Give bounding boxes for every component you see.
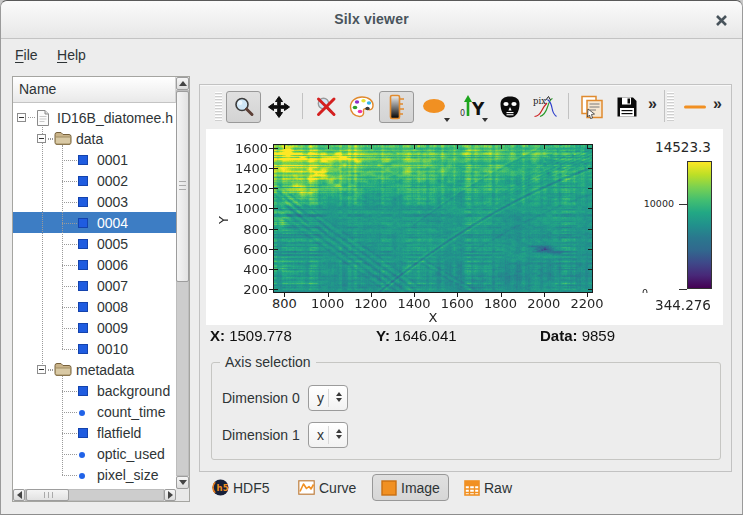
tree-item-optic-used[interactable]: optic_used bbox=[13, 443, 176, 464]
pixel-intensity-button[interactable]: pix bbox=[528, 91, 563, 123]
tree-item-pixel-size[interactable]: pixel_size bbox=[13, 464, 176, 485]
mask-icon bbox=[498, 95, 522, 119]
x-tick-mark bbox=[284, 293, 285, 297]
tree-vscroll-down-button[interactable] bbox=[176, 476, 189, 489]
toolbar-overflow-button[interactable]: » bbox=[648, 95, 657, 113]
y-tick-mark-inner bbox=[588, 188, 592, 189]
tree-item-count-time[interactable]: count_time bbox=[13, 401, 176, 422]
profile-toolbar-handle[interactable] bbox=[667, 92, 674, 122]
tree-item-0006[interactable]: 0006 bbox=[13, 254, 176, 275]
tree-vscroll-up-button[interactable] bbox=[176, 77, 189, 90]
profile-toolbar-overflow-button[interactable]: » bbox=[713, 95, 722, 113]
colorbar-button[interactable] bbox=[379, 91, 414, 123]
spin-down-icon[interactable] bbox=[336, 435, 342, 439]
toolbar-handle[interactable] bbox=[215, 92, 222, 122]
tree-hscroll-left-button[interactable] bbox=[13, 489, 25, 501]
x-tick-label: 1000 bbox=[311, 296, 344, 311]
tree-expander-open[interactable] bbox=[37, 134, 46, 143]
tree-item-background[interactable]: background bbox=[13, 380, 176, 401]
tree-item-label: metadata bbox=[76, 362, 134, 378]
menu-help[interactable]: Help bbox=[55, 47, 88, 63]
hdf5-tree-panel: Name ID16B_diatomee.hdata000100020003000… bbox=[12, 76, 190, 502]
tree-vertical-scrollbar[interactable] bbox=[176, 77, 189, 489]
status-label: Y: bbox=[376, 327, 390, 344]
x-tick-mark-inner bbox=[284, 145, 285, 149]
tree-item-0009[interactable]: 0009 bbox=[13, 317, 176, 338]
zoom-mode-button[interactable] bbox=[226, 91, 261, 123]
heatmap-image[interactable] bbox=[273, 144, 593, 293]
dataset-icon bbox=[78, 302, 88, 312]
spinbox-value: x bbox=[317, 427, 324, 443]
tree-item-0008[interactable]: 0008 bbox=[13, 296, 176, 317]
toolbar-separator bbox=[568, 93, 569, 119]
raw-tab-icon bbox=[464, 480, 480, 496]
tree-hscroll-right-button[interactable] bbox=[164, 489, 176, 501]
y-axis-direction-icon: 0Y bbox=[459, 94, 485, 120]
horizontal-profile-button[interactable] bbox=[677, 91, 712, 123]
colorbar-min-label: 344.276 bbox=[630, 297, 736, 313]
tree-item-0005[interactable]: 0005 bbox=[13, 233, 176, 254]
tree-item-metadata[interactable]: metadata bbox=[13, 359, 176, 380]
x-tick-label: 1200 bbox=[354, 296, 387, 311]
tree-hscroll-thumb[interactable] bbox=[26, 489, 69, 501]
tab-image[interactable]: Image bbox=[372, 474, 449, 501]
tree-item-label: 0006 bbox=[97, 257, 128, 273]
tree-item-id16b-diatomee-h[interactable]: ID16B_diatomee.h bbox=[13, 107, 176, 128]
colorbar-gradient[interactable] bbox=[687, 161, 712, 289]
tree-item-0001[interactable]: 0001 bbox=[13, 149, 176, 170]
close-button[interactable] bbox=[711, 10, 731, 30]
tree-item-0004[interactable]: 0004 bbox=[13, 212, 176, 233]
pan-mode-button[interactable] bbox=[261, 91, 296, 123]
tree-expander-open[interactable] bbox=[17, 113, 26, 122]
dimension-1-spinbox[interactable]: x bbox=[308, 422, 348, 448]
tab-hdf5[interactable]: h5HDF5 bbox=[204, 474, 278, 501]
spin-up-icon[interactable] bbox=[336, 429, 342, 433]
y-tick-mark bbox=[269, 168, 273, 169]
copy-snapshot-button[interactable] bbox=[574, 91, 609, 123]
tree-item-label: 0001 bbox=[97, 152, 128, 168]
titlebar[interactable]: Silx viewer bbox=[1, 1, 742, 39]
y-tick-mark-inner bbox=[588, 148, 592, 149]
save-button[interactable] bbox=[609, 91, 644, 123]
tree-vscroll-thumb[interactable] bbox=[176, 91, 189, 282]
y-tick-mark-inner bbox=[274, 229, 278, 230]
pixel-intensity-icon: pix bbox=[533, 95, 559, 119]
spinbox-arrows-icon[interactable] bbox=[336, 392, 342, 402]
tree-expander-open[interactable] bbox=[37, 365, 46, 374]
colormap-button[interactable] bbox=[344, 91, 379, 123]
tab-curve[interactable]: Curve bbox=[290, 474, 364, 501]
keep-aspect-ratio-button[interactable] bbox=[416, 91, 451, 123]
tree-header-name[interactable]: Name bbox=[13, 77, 176, 103]
mask-tools-button[interactable] bbox=[492, 91, 527, 123]
tree-item-label: background bbox=[97, 383, 170, 399]
tree-item-data[interactable]: data bbox=[13, 128, 176, 149]
dimension-0-spinbox[interactable]: y bbox=[308, 385, 348, 411]
status-label: X: bbox=[210, 327, 225, 344]
x-tick-mark bbox=[414, 293, 415, 297]
y-tick-mark-inner bbox=[588, 269, 592, 270]
folder-icon bbox=[54, 131, 72, 146]
tab-raw[interactable]: Raw bbox=[456, 474, 520, 501]
menu-file[interactable]: File bbox=[13, 47, 40, 63]
colorbar-zero-label: 0 bbox=[642, 287, 648, 293]
tree-item-label: pixel_size bbox=[97, 467, 158, 483]
tree-item-0003[interactable]: 0003 bbox=[13, 191, 176, 212]
tree-horizontal-scrollbar[interactable] bbox=[13, 489, 176, 501]
y-axis-orientation-button[interactable]: 0Y bbox=[454, 91, 489, 123]
y-tick-mark bbox=[269, 289, 273, 290]
position-info-bar: X: 1509.778Y: 1646.041Data: 9859 bbox=[200, 327, 731, 343]
spin-down-icon[interactable] bbox=[336, 398, 342, 402]
tree-item-flatfield[interactable]: flatfield bbox=[13, 422, 176, 443]
reset-zoom-button[interactable] bbox=[309, 91, 344, 123]
tree-item-0007[interactable]: 0007 bbox=[13, 275, 176, 296]
heatmap-canvas[interactable] bbox=[274, 145, 592, 292]
tree-item-0002[interactable]: 0002 bbox=[13, 170, 176, 191]
colorbar-zero-tick-mark bbox=[679, 289, 687, 290]
plot-widget[interactable]: 8001000120014001600180020002200200400600… bbox=[206, 129, 723, 325]
tree-item-label: 0007 bbox=[97, 278, 128, 294]
tree-item-0010[interactable]: 0010 bbox=[13, 338, 176, 359]
tab-label: Curve bbox=[319, 480, 356, 496]
y-tick-label: 800 bbox=[243, 221, 268, 236]
spinbox-arrows-icon[interactable] bbox=[336, 429, 342, 439]
spin-up-icon[interactable] bbox=[336, 392, 342, 396]
